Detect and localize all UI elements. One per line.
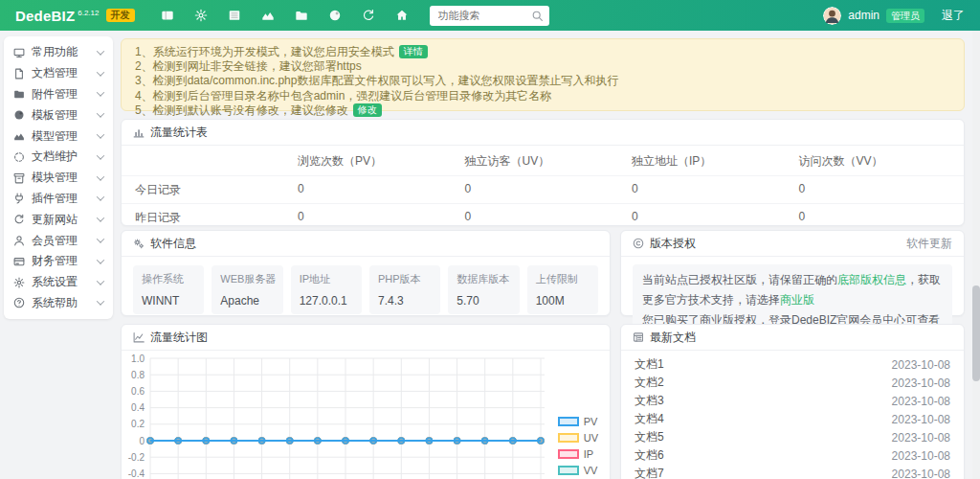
sidebar-item-模型管理[interactable]: 模型管理: [4, 125, 113, 147]
folder-icon[interactable]: [295, 9, 308, 22]
doc-date: 2023-10-08: [892, 468, 950, 479]
notice-line: 5、检测到默认账号没有修改，建议您修改修改: [135, 103, 950, 118]
legend-item-VV: VV: [558, 465, 598, 476]
doc-list-item[interactable]: 文档32023-10-08: [621, 392, 964, 410]
sidebar-item-文档管理[interactable]: 文档管理: [4, 63, 113, 84]
sidebar-item-会员管理[interactable]: 会员管理: [4, 230, 113, 251]
software-info-boxes: 操作系统WINNTWEB服务器ApacheIP地址127.0.0.1PHP版本7…: [122, 257, 610, 323]
plug-icon: [13, 193, 25, 204]
sidebar-item-附件管理[interactable]: 附件管理: [4, 84, 113, 105]
sidebar-item-模板管理[interactable]: 模板管理: [4, 104, 113, 125]
home-icon[interactable]: [395, 9, 409, 22]
traffic-col-header: 独立访客（UV）: [463, 146, 631, 175]
palette-icon[interactable]: [328, 9, 342, 22]
notice-text: 4、检测到后台管理目录名称中包含admin，强烈建议后台管理目录修改为其它名称: [135, 89, 551, 103]
doc-name[interactable]: 文档4: [635, 411, 664, 427]
doc-name[interactable]: 文档1: [635, 356, 664, 373]
doc-list-icon: [633, 331, 644, 343]
chevron-down-icon: [97, 47, 104, 55]
traffic-stats-header: 流量统计表: [122, 120, 964, 146]
search-box: [430, 6, 549, 26]
sidebar-item-label: 文档维护: [32, 148, 98, 165]
software-info-label: 上传限制: [536, 272, 590, 286]
traffic-stats-title: 流量统计表: [150, 125, 208, 141]
doc-list-item[interactable]: 文档12023-10-08: [621, 355, 964, 374]
sidebar-item-更新网站[interactable]: 更新网站: [4, 209, 113, 230]
sidebar-item-模块管理[interactable]: 模块管理: [4, 168, 113, 189]
legend-swatch: [558, 433, 579, 443]
chevron-down-icon: [97, 298, 104, 306]
page-scrollbar-track[interactable]: [972, 31, 980, 479]
sidebar-item-系统设置[interactable]: 系统设置: [4, 272, 113, 293]
doc-list-item[interactable]: 文档52023-10-08: [621, 428, 964, 446]
username[interactable]: admin: [848, 9, 880, 22]
doc-name[interactable]: 文档2: [635, 375, 664, 391]
doc-list-item[interactable]: 文档22023-10-08: [621, 374, 964, 392]
monitor-icon: [13, 47, 25, 58]
software-info-title: 软件信息: [150, 236, 196, 252]
sidebar-item-文档维护[interactable]: 文档维护: [4, 147, 113, 168]
copyright-info-link[interactable]: 底部版权信息: [837, 273, 906, 286]
sidebar-item-插件管理[interactable]: 插件管理: [4, 189, 113, 210]
brand[interactable]: DedeBIZ 6.2.12 开发: [15, 8, 135, 24]
legend-label: UV: [584, 432, 598, 444]
legend-swatch: [558, 449, 579, 459]
chart-icon[interactable]: [261, 9, 275, 22]
doc-name[interactable]: 文档7: [635, 466, 664, 479]
doc-list-item[interactable]: 文档62023-10-08: [621, 446, 964, 465]
doc-date: 2023-10-08: [892, 376, 950, 390]
traffic-col-header: [122, 146, 296, 175]
doc-list-item[interactable]: 文档42023-10-08: [621, 410, 964, 428]
software-update-link[interactable]: 软件更新: [906, 236, 952, 252]
business-version-link[interactable]: 商业版: [780, 293, 814, 307]
traffic-chart-title: 流量统计图: [150, 330, 208, 346]
latest-docs-title: 最新文档: [650, 330, 696, 346]
bar-chart-icon: [133, 126, 145, 138]
sidebar-item-财务管理[interactable]: 财务管理: [4, 251, 113, 272]
svg-text:0: 0: [139, 436, 145, 446]
doc-name[interactable]: 文档6: [635, 447, 664, 464]
panel-icon[interactable]: [161, 9, 174, 22]
sidebar: 常用功能文档管理附件管理模板管理模型管理文档维护模块管理插件管理更新网站会员管理…: [4, 36, 113, 319]
legend-label: VV: [584, 465, 598, 476]
doc-list-item[interactable]: 文档72023-10-08: [621, 465, 964, 479]
traffic-chart: 1.00.80.60.40.20-0.2-0.4 PVUVIPVV: [122, 351, 610, 479]
traffic-value-cell: 0: [463, 203, 631, 231]
refresh-icon: [13, 214, 25, 225]
traffic-col-header: 访问次数（VV）: [797, 146, 965, 175]
top-bar: DedeBIZ 6.2.12 开发 admin 管理员 退了: [0, 0, 980, 31]
search-icon[interactable]: [531, 10, 544, 22]
chevron-down-icon: [97, 215, 104, 222]
page-scrollbar-thumb[interactable]: [972, 285, 980, 381]
sidebar-item-系统帮助[interactable]: 系统帮助: [4, 293, 113, 314]
doc-name[interactable]: 文档5: [635, 429, 664, 445]
software-info-value: 127.0.0.1: [300, 294, 353, 308]
traffic-value-cell: 0: [797, 175, 965, 203]
circle-dashed-icon: [13, 151, 25, 163]
notice-text: 3、检测到data/common.inc.php数据库配置文件权限可以写入，建议…: [135, 74, 618, 87]
chevron-down-icon: [97, 235, 104, 242]
svg-text:1.0: 1.0: [131, 354, 145, 364]
software-info-box: WEB服务器Apache: [212, 265, 282, 314]
svg-text:0.6: 0.6: [131, 386, 145, 397]
traffic-chart-header: 流量统计图: [122, 325, 610, 351]
list-icon[interactable]: [228, 9, 241, 22]
refresh-icon[interactable]: [362, 9, 375, 22]
software-info-value: Apache: [220, 294, 274, 308]
notice-action-badge[interactable]: 修改: [353, 103, 382, 117]
gear-icon[interactable]: [194, 9, 208, 22]
gears-icon: [133, 238, 145, 249]
sidebar-item-常用功能[interactable]: 常用功能: [4, 42, 113, 63]
avatar[interactable]: [823, 7, 841, 25]
notice-action-badge[interactable]: 详情: [399, 45, 428, 58]
logout-link[interactable]: 退了: [942, 8, 965, 24]
traffic-value-cell: 0: [296, 203, 463, 231]
role-badge: 管理员: [886, 9, 924, 23]
chevron-down-icon: [97, 194, 104, 201]
legend-item-PV: PV: [558, 416, 598, 427]
svg-text:0.4: 0.4: [131, 402, 145, 413]
legend-swatch: [558, 466, 579, 475]
latest-docs-card: 最新文档 文档12023-10-08文档22023-10-08文档32023-1…: [620, 324, 965, 479]
doc-name[interactable]: 文档3: [635, 393, 664, 409]
legend-swatch: [558, 417, 579, 426]
